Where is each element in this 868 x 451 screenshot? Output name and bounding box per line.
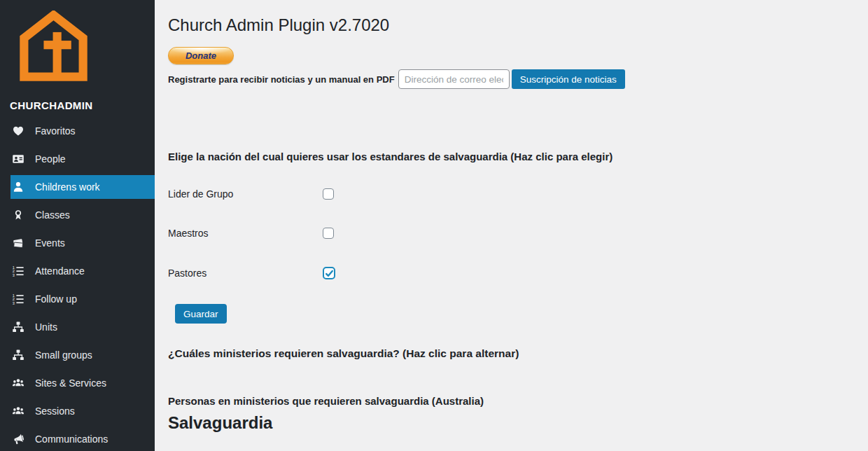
sidebar-item-attendance[interactable]: 123 Attendance [0, 259, 155, 283]
check-icon [325, 269, 334, 278]
save-button[interactable]: Guardar [175, 304, 227, 324]
sidebar-item-childrens-work[interactable]: Childrens work [10, 175, 155, 199]
person-icon [12, 181, 24, 193]
sidebar-menu: Favoritos People Children [0, 119, 155, 451]
heart-icon [12, 125, 24, 137]
groups-icon [12, 405, 24, 417]
ordered-list-icon: 123 [12, 293, 24, 305]
sidebar-item-label: Childrens work [35, 181, 100, 193]
network-icon [12, 349, 24, 361]
network-icon [12, 321, 24, 333]
sidebar-item-communications[interactable]: Communications [0, 427, 155, 451]
sidebar-item-label: Attendance [35, 265, 85, 277]
church-logo [0, 0, 155, 83]
page-title: Church Admin Plugin v2.7020 [168, 15, 868, 36]
groups-icon [12, 377, 24, 389]
church-house-cross-icon [16, 11, 91, 83]
award-icon [12, 209, 24, 221]
brand-title: CHURCHADMIN [10, 99, 155, 111]
sidebar-item-events[interactable]: Events [0, 231, 155, 255]
role-row-lider-de-grupo: Lider de Grupo [168, 188, 868, 200]
choose-nation-heading[interactable]: Elige la nación del cual quieres usar lo… [168, 151, 868, 162]
sidebar-item-label: Units [35, 321, 57, 333]
role-checkbox[interactable] [323, 188, 334, 200]
ordered-list-icon: 123 [12, 265, 24, 277]
sidebar-item-favoritos[interactable]: Favoritos [0, 119, 155, 143]
subscribe-button[interactable]: Suscripción de noticias [512, 69, 625, 89]
sidebar-item-label: Favoritos [35, 125, 76, 137]
sidebar-item-people[interactable]: People [0, 147, 155, 171]
role-checkbox[interactable] [323, 228, 334, 239]
sidebar-item-classes[interactable]: Classes [0, 203, 155, 227]
people-in-ministries-heading: Personas en ministerios que requieren sa… [168, 395, 868, 407]
tickets-icon [12, 237, 24, 249]
salvaguardia-section-title: Salvaguardia [168, 413, 868, 433]
newsletter-signup-row: Registrarte para recibir noticias y un m… [168, 69, 868, 89]
role-label: Lider de Grupo [168, 188, 323, 200]
sidebar-item-label: Small groups [35, 349, 92, 361]
sidebar-item-label: Follow up [35, 293, 77, 305]
sidebar: CHURCHADMIN Favoritos People [0, 0, 155, 451]
sidebar-item-label: Events [35, 237, 65, 249]
sidebar-item-sessions[interactable]: Sessions [0, 399, 155, 423]
sidebar-item-label: Sessions [35, 405, 75, 417]
role-label: Pastores [168, 268, 323, 279]
sidebar-item-units[interactable]: Units [0, 315, 155, 339]
svg-text:3: 3 [13, 273, 15, 277]
svg-text:3: 3 [13, 301, 15, 305]
role-checkbox[interactable] [323, 267, 335, 279]
sidebar-item-label: Classes [35, 209, 70, 221]
megaphone-icon [12, 433, 24, 445]
role-row-maestros: Maestros [168, 228, 868, 239]
sidebar-item-label: Sites & Services [35, 377, 106, 389]
sidebar-item-small-groups[interactable]: Small groups [0, 343, 155, 367]
sidebar-item-sites-services[interactable]: Sites & Services [0, 371, 155, 395]
ministries-toggle-heading[interactable]: ¿Cuáles ministerios requieren salvaguard… [168, 347, 868, 360]
id-card-icon [12, 153, 24, 165]
email-input[interactable] [398, 69, 510, 89]
sidebar-item-follow-up[interactable]: 123 Follow up [0, 287, 155, 311]
newsletter-text: Registrarte para recibir noticias y un m… [168, 74, 395, 85]
donate-button[interactable]: Donate [168, 47, 234, 64]
role-row-pastores: Pastores [168, 267, 868, 279]
sidebar-item-label: People [35, 153, 66, 165]
sidebar-item-label: Communications [35, 433, 108, 445]
main-content: Church Admin Plugin v2.7020 Donate Regis… [155, 0, 868, 451]
role-label: Maestros [168, 228, 323, 239]
